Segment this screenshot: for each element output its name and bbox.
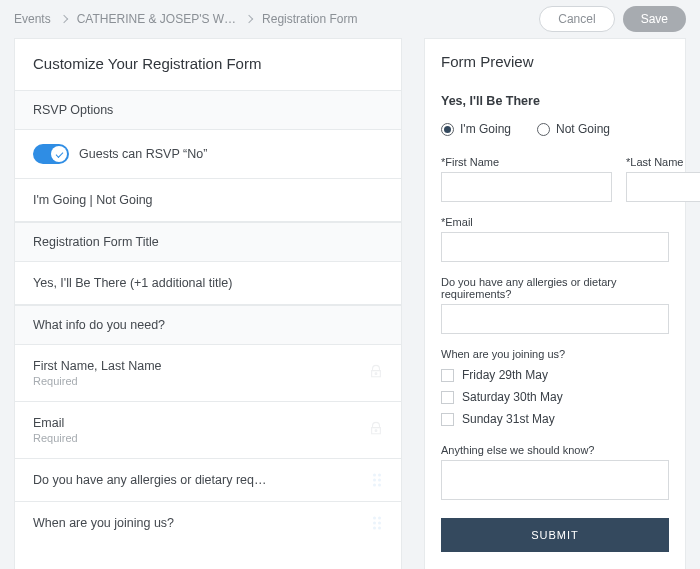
allergies-input[interactable] xyxy=(441,304,669,334)
radio-label: Not Going xyxy=(556,122,610,136)
lock-icon xyxy=(369,422,383,439)
chevron-right-icon xyxy=(59,14,67,22)
rsvp-radio-group: I'm Going Not Going xyxy=(441,122,669,136)
rsvp-toggle-label: Guests can RSVP “No” xyxy=(79,147,207,161)
svg-point-0 xyxy=(375,373,377,375)
section-info-needed: What info do you need? xyxy=(15,305,401,345)
svg-point-1 xyxy=(375,430,377,432)
email-input[interactable] xyxy=(441,232,669,262)
rsvp-toggle-row[interactable]: Guests can RSVP “No” xyxy=(15,130,401,179)
section-rsvp-options: RSVP Options xyxy=(15,90,401,130)
checkbox-saturday[interactable]: Saturday 30th May xyxy=(441,390,669,404)
radio-not-going[interactable]: Not Going xyxy=(537,122,610,136)
form-title-value: Yes, I'll Be There (+1 additional title) xyxy=(33,276,232,290)
checkbox-icon xyxy=(441,413,454,426)
breadcrumb-current: Registration Form xyxy=(262,12,357,26)
drag-handle-icon[interactable] xyxy=(373,517,383,530)
field-label: Do you have any allergies or dietary req… xyxy=(33,473,266,487)
radio-dot-icon xyxy=(537,123,550,136)
section-form-title: Registration Form Title xyxy=(15,222,401,262)
field-label: First Name, Last Name xyxy=(33,359,162,373)
rsvp-no-toggle[interactable] xyxy=(33,144,69,164)
checkbox-icon xyxy=(441,391,454,404)
form-title-row[interactable]: Yes, I'll Be There (+1 additional title) xyxy=(15,262,401,305)
top-bar: Events CATHERINE & JOSEP'S W… Registrati… xyxy=(0,0,700,38)
field-row-when[interactable]: When are you joining us? xyxy=(15,502,401,544)
lock-icon xyxy=(369,365,383,382)
when-label: When are you joining us? xyxy=(441,348,669,360)
allergies-label: Do you have any allergies or dietary req… xyxy=(441,276,669,300)
chevron-right-icon xyxy=(245,14,253,22)
last-name-input[interactable] xyxy=(626,172,700,202)
going-labels-text: I'm Going | Not Going xyxy=(33,193,153,207)
radio-label: I'm Going xyxy=(460,122,511,136)
checkbox-friday[interactable]: Friday 29th May xyxy=(441,368,669,382)
form-preview-panel: Form Preview Yes, I'll Be There I'm Goin… xyxy=(424,38,686,569)
field-required: Required xyxy=(33,375,162,387)
save-button[interactable]: Save xyxy=(623,6,686,32)
radio-dot-icon xyxy=(441,123,454,136)
checkbox-icon xyxy=(441,369,454,382)
breadcrumb-events[interactable]: Events xyxy=(14,12,51,26)
checkbox-sunday[interactable]: Sunday 31st May xyxy=(441,412,669,426)
field-row-allergies[interactable]: Do you have any allergies or dietary req… xyxy=(15,459,401,502)
email-label: *Email xyxy=(441,216,669,228)
submit-button[interactable]: SUBMIT xyxy=(441,518,669,552)
cancel-button[interactable]: Cancel xyxy=(539,6,614,32)
field-label: Email xyxy=(33,416,64,430)
radio-going[interactable]: I'm Going xyxy=(441,122,511,136)
anything-else-input[interactable] xyxy=(441,460,669,500)
last-name-label: *Last Name xyxy=(626,156,700,168)
first-name-label: *First Name xyxy=(441,156,612,168)
customize-panel: Customize Your Registration Form RSVP Op… xyxy=(14,38,402,569)
breadcrumb-event-name[interactable]: CATHERINE & JOSEP'S W… xyxy=(77,12,236,26)
field-required: Required xyxy=(33,432,78,444)
first-name-input[interactable] xyxy=(441,172,612,202)
field-row-name[interactable]: First Name, Last Name Required xyxy=(15,345,401,402)
going-labels-row[interactable]: I'm Going | Not Going xyxy=(15,179,401,222)
anything-else-label: Anything else we should know? xyxy=(441,444,669,456)
panel-title: Customize Your Registration Form xyxy=(15,39,401,90)
field-row-email[interactable]: Email Required xyxy=(15,402,401,459)
preview-subtitle: Yes, I'll Be There xyxy=(441,94,669,108)
preview-title: Form Preview xyxy=(441,53,669,70)
drag-handle-icon[interactable] xyxy=(373,474,383,487)
field-label: When are you joining us? xyxy=(33,516,174,530)
